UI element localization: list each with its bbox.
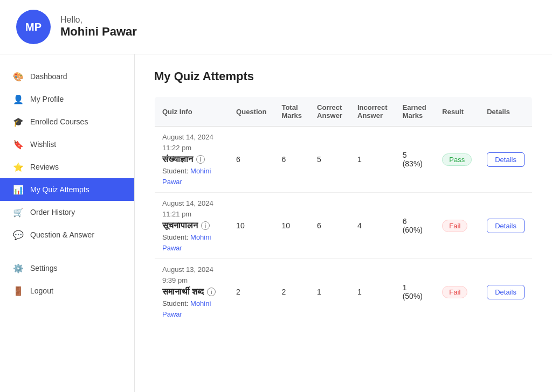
avatar: MP (16, 10, 51, 44)
earned-marks: 5 (83%) (395, 127, 435, 193)
th-details: Details (479, 97, 532, 127)
layout: 🎨 Dashboard 👤 My Profile 🎓 Enrolled Cour… (0, 54, 552, 392)
quiz-student: Student: Mohini Pawar (162, 166, 221, 187)
sidebar-divider (0, 246, 134, 257)
sidebar-item-my-quiz-attempts[interactable]: 📊 My Quiz Attempts (0, 178, 134, 201)
wishlist-icon: 🔖 (13, 139, 24, 150)
details-button[interactable]: Details (487, 152, 525, 167)
details-button[interactable]: Details (487, 285, 525, 299)
sidebar-label-reviews: Reviews (30, 163, 59, 171)
quiz-student: Student: Mohini Pawar (162, 298, 221, 319)
earned-marks: 1 (50%) (395, 259, 435, 325)
quiz-attempts-table: Quiz Info Question TotalMarks CorrectAns… (154, 96, 533, 325)
th-question: Question (229, 97, 274, 127)
correct-answer: 5 (309, 127, 350, 193)
settings-icon: ⚙️ (13, 263, 24, 274)
sidebar-label-question-answer: Question & Answer (30, 230, 94, 239)
quiz-date: August 14, 2024 11:22 pm (162, 132, 221, 153)
dashboard-icon: 🎨 (13, 71, 24, 82)
quiz-info-cell: August 13, 2024 9:39 pm समानार्थी शब्द i… (155, 259, 229, 325)
info-icon[interactable]: i (201, 221, 210, 230)
result-badge: Fail (434, 259, 479, 325)
th-result: Result (434, 97, 479, 127)
th-quiz-info: Quiz Info (155, 97, 229, 127)
earned-marks: 6 (60%) (395, 193, 435, 259)
logout-icon: 🚪 (13, 285, 24, 296)
th-correct-answer: CorrectAnswer (309, 97, 350, 127)
correct-answer: 6 (309, 193, 350, 259)
sidebar-item-my-profile[interactable]: 👤 My Profile (0, 88, 134, 110)
sidebar-label-my-profile: My Profile (30, 95, 64, 103)
sidebar-item-settings[interactable]: ⚙️ Settings (0, 257, 134, 279)
table-header: Quiz Info Question TotalMarks CorrectAns… (155, 97, 533, 127)
sidebar-label-order-history: Order History (30, 208, 75, 216)
quiz-student: Student: Mohini Pawar (162, 232, 221, 253)
sidebar-label-dashboard: Dashboard (30, 72, 67, 81)
main-content: My Quiz Attempts Quiz Info Question Tota… (135, 54, 552, 392)
student-name: Mohini Pawar (162, 167, 211, 186)
table-body: August 14, 2024 11:22 pm संख्याज्ञान i S… (155, 127, 533, 325)
question-count: 2 (229, 259, 274, 325)
page-title: My Quiz Attempts (154, 69, 533, 83)
result-status: Fail (442, 220, 467, 232)
sidebar-item-reviews[interactable]: ⭐ Reviews (0, 156, 134, 178)
sidebar-label-logout: Logout (30, 286, 53, 295)
sidebar-item-question-answer[interactable]: 💬 Question & Answer (0, 223, 134, 246)
incorrect-answer: 1 (350, 259, 395, 325)
quiz-name: संख्याज्ञान i (162, 153, 221, 166)
result-status: Pass (442, 153, 472, 166)
question-count: 6 (229, 127, 274, 193)
quiz-attempts-icon: 📊 (13, 184, 24, 195)
total-marks: 6 (274, 127, 309, 193)
correct-answer: 1 (309, 259, 350, 325)
quiz-date: August 14, 2024 11:21 pm (162, 198, 221, 219)
total-marks: 2 (274, 259, 309, 325)
details-button[interactable]: Details (487, 219, 525, 233)
order-history-icon: 🛒 (13, 207, 24, 218)
header-text: Hello, Mohini Pawar (60, 15, 137, 39)
th-earned-marks: EarnedMarks (395, 97, 435, 127)
sidebar-item-logout[interactable]: 🚪 Logout (0, 279, 134, 302)
greeting: Hello, (60, 15, 137, 25)
sidebar-item-dashboard[interactable]: 🎨 Dashboard (0, 65, 134, 88)
user-name: Mohini Pawar (60, 25, 137, 39)
profile-icon: 👤 (13, 94, 24, 104)
info-icon[interactable]: i (196, 155, 205, 164)
enrolled-courses-icon: 🎓 (13, 116, 24, 127)
quiz-info-cell: August 14, 2024 11:21 pm सूचनापालन i Stu… (155, 193, 229, 259)
question-count: 10 (229, 193, 274, 259)
table-row: August 13, 2024 9:39 pm समानार्थी शब्द i… (155, 259, 533, 325)
total-marks: 10 (274, 193, 309, 259)
result-badge: Pass (434, 127, 479, 193)
quiz-name: समानार्थी शब्द i (162, 285, 221, 298)
question-answer-icon: 💬 (13, 229, 24, 240)
incorrect-answer: 1 (350, 127, 395, 193)
quiz-info-cell: August 14, 2024 11:22 pm संख्याज्ञान i S… (155, 127, 229, 193)
reviews-icon: ⭐ (13, 162, 24, 172)
quiz-name: सूचनापालन i (162, 219, 221, 232)
sidebar-label-my-quiz-attempts: My Quiz Attempts (30, 185, 89, 194)
th-incorrect-answer: IncorrectAnswer (350, 97, 395, 127)
result-badge: Fail (434, 193, 479, 259)
quiz-date: August 13, 2024 9:39 pm (162, 264, 221, 285)
sidebar: 🎨 Dashboard 👤 My Profile 🎓 Enrolled Cour… (0, 54, 135, 392)
info-icon[interactable]: i (207, 288, 216, 296)
sidebar-item-wishlist[interactable]: 🔖 Wishlist (0, 133, 134, 156)
details-cell[interactable]: Details (479, 127, 532, 193)
table-row: August 14, 2024 11:21 pm सूचनापालन i Stu… (155, 193, 533, 259)
header: MP Hello, Mohini Pawar (0, 0, 552, 54)
sidebar-label-enrolled-courses: Enrolled Courses (30, 117, 88, 126)
details-cell[interactable]: Details (479, 259, 532, 325)
sidebar-item-enrolled-courses[interactable]: 🎓 Enrolled Courses (0, 110, 134, 133)
student-name: Mohini Pawar (162, 299, 211, 318)
student-name: Mohini Pawar (162, 233, 211, 252)
result-status: Fail (442, 286, 467, 298)
table-row: August 14, 2024 11:22 pm संख्याज्ञान i S… (155, 127, 533, 193)
details-cell[interactable]: Details (479, 193, 532, 259)
th-total-marks: TotalMarks (274, 97, 309, 127)
sidebar-label-settings: Settings (30, 264, 58, 272)
sidebar-item-order-history[interactable]: 🛒 Order History (0, 201, 134, 223)
sidebar-label-wishlist: Wishlist (30, 140, 56, 149)
incorrect-answer: 4 (350, 193, 395, 259)
